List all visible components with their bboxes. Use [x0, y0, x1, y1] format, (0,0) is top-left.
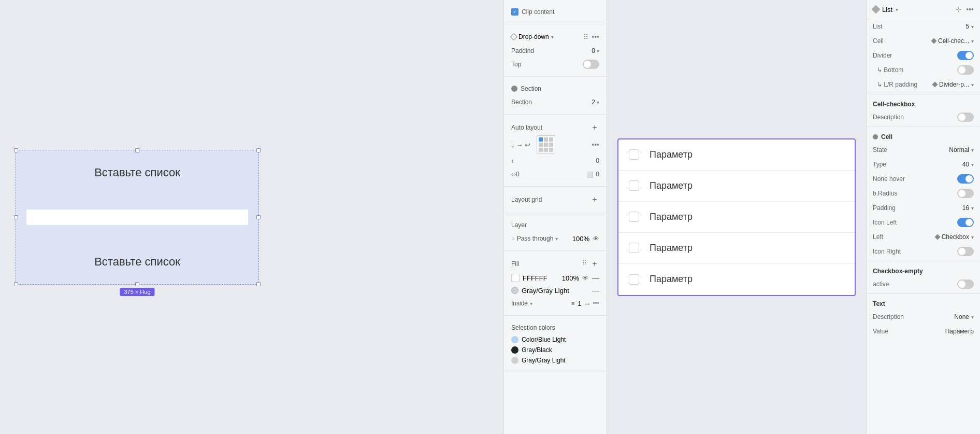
type-chevron[interactable]: ▾: [971, 162, 974, 167]
props-header-right: ⊹ •••: [956, 5, 974, 13]
b-radius-toggle[interactable]: [957, 189, 974, 198]
align-dot: [544, 148, 548, 152]
stroke-count-value: 1: [578, 300, 581, 307]
fill-grid-icon[interactable]: ⠿: [582, 259, 587, 269]
cell-chevron[interactable]: ▾: [971, 38, 974, 44]
corner-handle-tl[interactable]: [14, 148, 18, 152]
eye-icon[interactable]: 👁: [593, 235, 599, 243]
corner-handle-bl[interactable]: [14, 282, 18, 286]
lr-padding-value-group: Divider-p... ▾: [933, 81, 974, 88]
move-icon[interactable]: ⠿: [583, 33, 588, 41]
add-auto-layout-btn[interactable]: +: [590, 123, 599, 132]
list-chevron[interactable]: ▾: [971, 24, 974, 30]
bottom-row: ↳ Bottom: [867, 63, 980, 77]
stroke-color-circle[interactable]: [511, 287, 518, 294]
value-text: Параметр: [945, 328, 974, 335]
corner-handle-br[interactable]: [256, 282, 261, 286]
lr-padding-chevron[interactable]: ▾: [971, 82, 974, 88]
list-item-1: Параметр: [618, 171, 855, 202]
state-chevron[interactable]: ▾: [971, 147, 974, 153]
state-value: Normal: [949, 146, 969, 153]
stroke-count-group: ≡ 1 ▭ •••: [571, 300, 599, 307]
more-icon[interactable]: •••: [592, 33, 599, 41]
layout-grid-section: Layout grid +: [504, 187, 607, 213]
arrow-down-icon[interactable]: ↓: [511, 141, 515, 149]
clip-content-checkbox[interactable]: ✓: [511, 8, 518, 16]
cell-section-header: Cell: [867, 129, 980, 143]
pass-through-label: Pass through: [517, 235, 554, 242]
radius-icon: ⬜: [586, 171, 594, 178]
icon-right-toggle[interactable]: [957, 247, 974, 256]
state-value-group: Normal ▾: [949, 146, 974, 153]
description-label: Description: [873, 114, 904, 121]
clip-content-section: ✓ Clip content: [504, 0, 607, 24]
color1-swatch[interactable]: [511, 336, 518, 343]
active-label: active: [873, 281, 889, 288]
lr-padding-row: ↳ L/R padding Divider-p... ▾: [867, 77, 980, 92]
add-layout-grid-btn[interactable]: +: [590, 195, 599, 204]
auto-layout-label: Auto layout: [511, 124, 542, 131]
section-icon-label: Section: [511, 85, 541, 92]
type-value: 40: [962, 161, 969, 168]
top-toggle[interactable]: [583, 60, 599, 69]
cell-value-group: Cell-chec... ▾: [932, 37, 974, 45]
stroke-row: Gray/Gray Light —: [504, 284, 607, 297]
design-frame: Вставьте список Вставьте список: [16, 150, 259, 285]
corner-handle-tm[interactable]: [135, 148, 139, 152]
text-description-row: Description None ▾: [867, 310, 980, 324]
alignment-grid[interactable]: [537, 135, 555, 154]
fill-color-swatch[interactable]: [511, 274, 520, 282]
pass-through-chevron[interactable]: ▾: [555, 236, 558, 242]
canvas-area: Вставьте список Вставьте список 375 × Hu…: [0, 0, 503, 434]
text-desc-chevron[interactable]: ▾: [971, 314, 974, 320]
spacing-v-icon: ⇔: [511, 171, 516, 178]
fill-section: Fill ⠿ + FFFFFF 100% 👁 — Gray/Gray Light…: [504, 251, 607, 316]
props-resize-icon[interactable]: ⊹: [956, 5, 962, 13]
left-value: Checkbox: [942, 233, 969, 241]
corner-handle-bm[interactable]: [135, 282, 139, 286]
props-header-left: List ▾: [873, 6, 898, 13]
props-title-chevron[interactable]: ▾: [896, 7, 898, 12]
fill-remove-icon[interactable]: —: [592, 274, 599, 282]
section-chevron[interactable]: ▾: [597, 100, 599, 105]
fill-eye-icon[interactable]: 👁: [582, 274, 589, 282]
layout-grid-label: Layout grid: [511, 196, 542, 203]
checkbox-0[interactable]: [629, 149, 639, 160]
arrow-right-icon[interactable]: →: [516, 141, 523, 149]
stroke-inside-label: Inside: [511, 300, 528, 307]
color2-swatch[interactable]: [511, 346, 518, 354]
corner-handle-ml[interactable]: [14, 215, 18, 219]
icon-left-toggle[interactable]: [957, 218, 974, 227]
dropdown-chevron[interactable]: ▾: [551, 34, 554, 40]
color2-label: Gray/Black: [522, 346, 552, 354]
add-fill-btn[interactable]: +: [590, 259, 599, 269]
divider-toggle[interactable]: [957, 51, 974, 60]
padding-label: Paddind: [511, 47, 534, 54]
bottom-toggle[interactable]: [957, 65, 974, 75]
section-section: Section Section 2 ▾: [504, 77, 607, 115]
left-chevron[interactable]: ▾: [971, 234, 974, 240]
stroke-inside-chevron[interactable]: ▾: [530, 301, 532, 306]
checkbox-1[interactable]: [629, 180, 639, 191]
fill-header: Fill ⠿ +: [504, 256, 607, 272]
stroke-inside-row: Inside ▾ ≡ 1 ▭ •••: [504, 297, 607, 310]
padding-value-group: 0 ▾: [592, 47, 599, 54]
arrow-wrap-icon[interactable]: ↩: [525, 141, 530, 149]
checkbox-4[interactable]: [629, 274, 639, 285]
padding-props-chevron[interactable]: ▾: [971, 205, 974, 211]
description-toggle[interactable]: [957, 113, 974, 122]
corner-handle-mr[interactable]: [256, 215, 261, 219]
corner-handle-tr[interactable]: [256, 148, 261, 152]
props-more-icon[interactable]: •••: [966, 5, 974, 13]
checkbox-2[interactable]: [629, 212, 639, 222]
color3-swatch[interactable]: [511, 357, 518, 364]
padding-chevron[interactable]: ▾: [597, 48, 599, 54]
active-toggle[interactable]: [957, 279, 974, 289]
none-hover-toggle[interactable]: [957, 174, 974, 184]
stroke-remove-icon[interactable]: —: [592, 286, 599, 295]
stroke-more-icon[interactable]: •••: [593, 300, 599, 307]
layout-more-icon[interactable]: •••: [592, 141, 599, 149]
frame-size-label: 375 × Hug: [120, 288, 154, 296]
description-row: Description: [867, 110, 980, 124]
checkbox-3[interactable]: [629, 243, 639, 253]
